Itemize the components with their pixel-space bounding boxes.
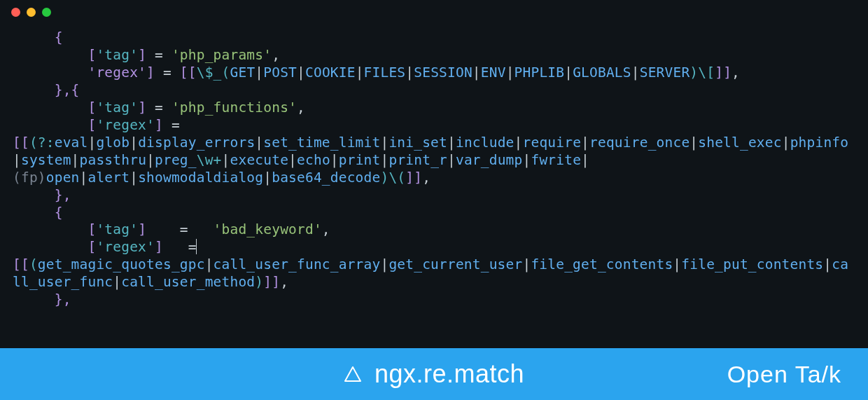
text-cursor (196, 239, 197, 254)
close-icon[interactable] (11, 8, 20, 17)
regex3-alts: get_magic_quotes_gpc|call_user_func_arra… (13, 256, 848, 290)
footer-center: ngx.re.match (344, 359, 524, 389)
maximize-icon[interactable] (42, 8, 51, 17)
regex2-alts-b: execute|echo|print|print_r|var_dump|fwri… (230, 152, 582, 168)
code-editor[interactable]: { ['tag'] = 'php_params', 'regex'] = [[\… (0, 24, 868, 309)
editor-window: { ['tag'] = 'php_params', 'regex'] = [[\… (0, 0, 868, 400)
triangle-icon (344, 366, 362, 382)
regex1-alts: GET|POST|COOKIE|FILES|SESSION|ENV|PHPLIB… (230, 64, 690, 81)
footer-bar: ngx.re.match Open Ta/k (0, 348, 868, 400)
regex2-alts-c: alert|showmodaldialog|base64_decode (88, 170, 380, 186)
footer-title: ngx.re.match (374, 359, 524, 389)
minimize-icon[interactable] (27, 8, 36, 17)
code-content: { ['tag'] = 'php_params', 'regex'] = [[\… (13, 29, 848, 308)
window-titlebar (0, 0, 868, 24)
footer-brand: Open Ta/k (727, 361, 841, 388)
